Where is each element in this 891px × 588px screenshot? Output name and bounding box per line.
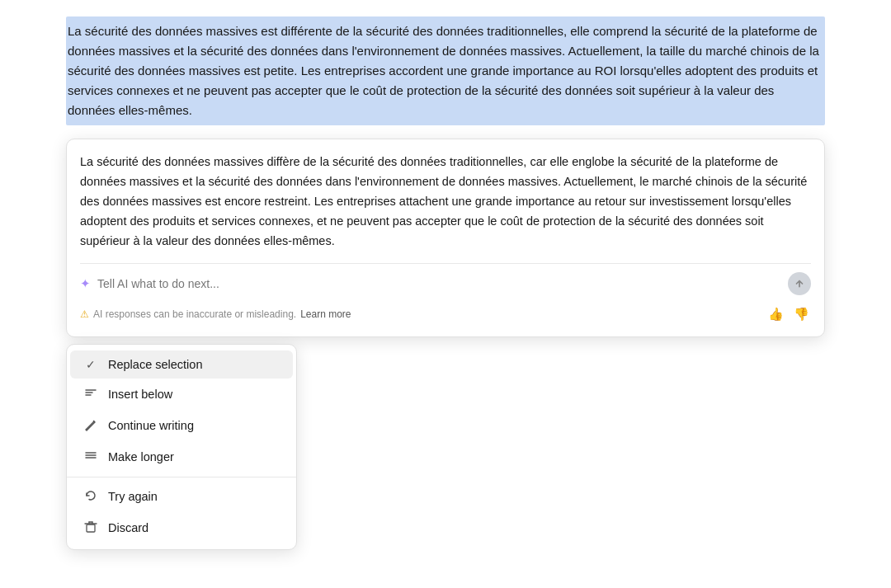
ai-feedback: 👍 👎 <box>766 305 811 323</box>
lines-icon <box>83 449 98 465</box>
pencil-icon <box>83 418 98 434</box>
menu-label-discard: Discard <box>108 521 148 534</box>
menu-label-continue-writing: Continue writing <box>108 419 194 432</box>
menu-item-continue-writing[interactable]: Continue writing <box>70 411 293 441</box>
thumbs-down-button[interactable]: 👎 <box>792 305 811 323</box>
learn-more-link[interactable]: Learn more <box>300 308 351 320</box>
warning-text: AI responses can be inaccurate or mislea… <box>93 308 296 320</box>
menu-item-make-longer[interactable]: Make longer <box>70 442 293 473</box>
menu-label-replace: Replace selection <box>108 358 202 371</box>
menu-label-make-longer: Make longer <box>108 450 174 463</box>
ai-input-row: ✦ <box>80 263 811 295</box>
menu-divider <box>67 477 296 477</box>
ai-response-text: La sécurité des données massives diffère… <box>80 153 811 252</box>
menu-item-discard[interactable]: Discard <box>70 513 293 543</box>
spark-icon: ✦ <box>80 276 91 291</box>
ai-submit-button[interactable] <box>788 272 811 295</box>
insert-icon <box>83 387 98 402</box>
page-container: La sécurité des données massives est dif… <box>0 0 891 588</box>
dropdown-menu: ✓ Replace selection Insert below Continu… <box>66 344 297 550</box>
selected-text: La sécurité des données massives est dif… <box>66 16 825 125</box>
thumbs-up-button[interactable]: 👍 <box>766 305 785 323</box>
menu-item-insert-below[interactable]: Insert below <box>70 379 293 410</box>
ai-panel: La sécurité des données massives diffère… <box>66 139 825 337</box>
trash-icon <box>83 520 98 536</box>
arrow-up-icon <box>794 278 805 289</box>
menu-item-try-again[interactable]: Try again <box>70 482 293 512</box>
menu-label-try-again: Try again <box>108 490 158 503</box>
ai-warning: ⚠ AI responses can be inaccurate or misl… <box>80 308 351 320</box>
menu-item-replace[interactable]: ✓ Replace selection <box>70 350 293 379</box>
menu-label-insert-below: Insert below <box>108 388 172 401</box>
ai-prompt-input[interactable] <box>97 277 788 290</box>
ai-footer: ⚠ AI responses can be inaccurate or misl… <box>80 302 811 323</box>
check-icon: ✓ <box>83 358 98 371</box>
warning-icon: ⚠ <box>80 308 89 320</box>
svg-rect-7 <box>87 524 95 532</box>
retry-icon <box>83 489 98 505</box>
